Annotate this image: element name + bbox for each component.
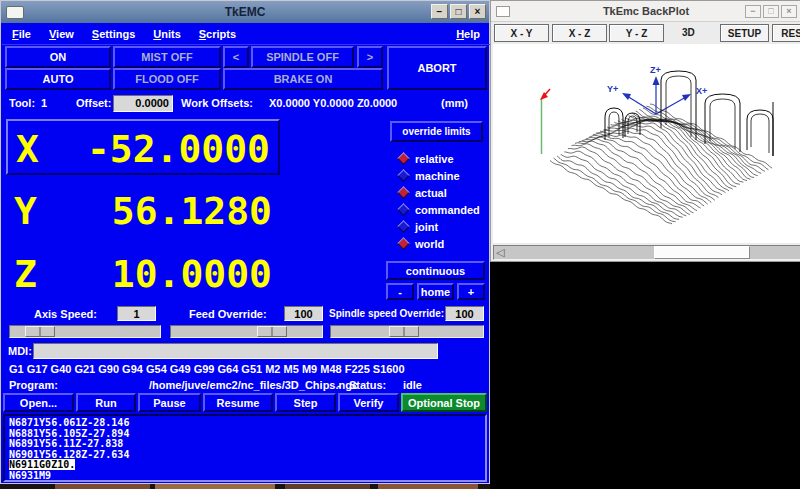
program-dash: - xyxy=(337,379,341,391)
spindle-override-slider[interactable] xyxy=(330,325,484,338)
menu-settings[interactable]: Settings xyxy=(92,28,135,40)
dro-y-value: 56.1280 xyxy=(112,189,272,233)
svg-text:X+: X+ xyxy=(696,86,707,96)
minimize-button[interactable]: − xyxy=(431,4,448,19)
run-button[interactable]: Run xyxy=(76,393,136,412)
backplot-toolbar: X - Y X - Z Y - Z 3D SETUP RESET xyxy=(491,22,800,44)
override-limits-button[interactable]: override limits xyxy=(390,121,483,142)
listing-line: N6911G0Z10. xyxy=(9,459,75,470)
brake-button[interactable]: BRAKE ON xyxy=(223,68,383,90)
jog-mode-button[interactable]: continuous xyxy=(386,261,485,280)
program-label: Program: xyxy=(9,379,58,391)
feed-override-slider[interactable] xyxy=(170,325,323,338)
listing-line: N6931M9 xyxy=(9,470,51,481)
menu-file[interactable]: File xyxy=(12,28,31,40)
tool-value: 1 xyxy=(41,97,47,109)
menu-units[interactable]: Units xyxy=(153,28,181,40)
backplot-titlebar: TkEmc BackPlot − □ × xyxy=(491,1,800,22)
axis-speed-value: 1 xyxy=(117,306,156,321)
dro-axis-y[interactable]: Y 56.1280 xyxy=(6,183,280,239)
reset-button[interactable]: RESET xyxy=(772,24,800,42)
home-button[interactable]: home xyxy=(417,283,454,300)
tkemc-window: TkEMC − □ × File View Settings Units Scr… xyxy=(0,0,490,484)
active-gcodes: G1 G17 G40 G21 G90 G94 G54 G49 G99 G64 G… xyxy=(9,363,405,375)
menu-view[interactable]: View xyxy=(49,28,74,40)
close-button[interactable]: × xyxy=(469,4,486,19)
view-yz-button[interactable]: Y - Z xyxy=(609,24,664,42)
abort-button[interactable]: ABORT xyxy=(387,46,487,90)
radio-actual[interactable]: actual xyxy=(399,185,447,200)
view-xy-button[interactable]: X - Y xyxy=(494,24,549,42)
setup-button[interactable]: SETUP xyxy=(720,24,769,42)
radio-diamond-icon xyxy=(397,169,410,182)
jog-minus-button[interactable]: - xyxy=(386,283,414,300)
optional-stop-button[interactable]: Optional Stop xyxy=(401,393,487,412)
work-offsets-value: X0.0000 Y0.0000 Z0.0000 xyxy=(269,97,397,109)
mdi-input[interactable] xyxy=(33,343,438,359)
tool-label: Tool: xyxy=(9,97,35,109)
backplot-canvas[interactable]: X+Y+Z+ xyxy=(493,44,800,243)
offset-label: Offset: xyxy=(76,97,111,109)
desktop-wallpaper xyxy=(0,484,490,489)
radio-commanded[interactable]: commanded xyxy=(399,202,480,217)
spindle-decrease-button[interactable]: < xyxy=(223,46,249,68)
mode-auto-button[interactable]: AUTO xyxy=(5,68,111,90)
slider-thumb-0[interactable] xyxy=(25,326,55,337)
program-listing[interactable]: N6871Y56.061Z-28.146 N6881Y56.105Z-27.89… xyxy=(3,414,487,482)
spindle-override-label: Spindle speed Override: xyxy=(329,308,444,319)
menu-scripts[interactable]: Scripts xyxy=(199,28,236,40)
verify-button[interactable]: Verify xyxy=(338,393,399,412)
listing-line: N6901Y56.128Z-27.634 xyxy=(9,449,129,460)
slider-thumb-1[interactable] xyxy=(257,326,287,337)
pause-button[interactable]: Pause xyxy=(138,393,201,412)
radio-diamond-icon xyxy=(397,186,410,199)
open-button[interactable]: Open... xyxy=(3,393,74,412)
work-offsets-label: Work Offsets: xyxy=(181,97,253,109)
machine-on-button[interactable]: ON xyxy=(5,46,111,68)
radio-relative[interactable]: relative xyxy=(399,151,454,166)
minimize-button[interactable]: − xyxy=(745,5,761,18)
view-xz-button[interactable]: X - Z xyxy=(552,24,607,42)
scroll-left-icon[interactable]: ◁ xyxy=(496,246,504,259)
mdi-label: MDI: xyxy=(8,345,32,357)
view-3d-label[interactable]: 3D xyxy=(682,27,695,38)
menubar: File View Settings Units Scripts Help xyxy=(2,23,490,45)
radio-diamond-icon xyxy=(397,152,410,165)
slider-thumb-2[interactable] xyxy=(389,326,419,337)
spindle-override-value: 100 xyxy=(445,306,484,321)
resume-button[interactable]: Resume xyxy=(203,393,273,412)
spindle-button[interactable]: SPINDLE OFF xyxy=(251,46,354,68)
status-label: Status: xyxy=(349,379,386,391)
axis-speed-slider[interactable] xyxy=(9,325,161,338)
step-button[interactable]: Step xyxy=(275,393,336,412)
radio-diamond-icon xyxy=(397,203,410,216)
radio-machine[interactable]: machine xyxy=(399,168,460,183)
maximize-button[interactable]: □ xyxy=(763,5,779,18)
backplot-hscrollbar[interactable]: ◁ xyxy=(493,245,800,260)
menu-help[interactable]: Help xyxy=(456,28,480,40)
tkemc-titlebar: TkEMC − □ × xyxy=(1,1,489,23)
dro-axis-x[interactable]: X -52.0000 xyxy=(6,119,280,175)
program-path: /home/juve/emc2/nc_files/3D_Chips.ngc xyxy=(149,379,358,391)
dro-axis-z[interactable]: Z 10.0000 xyxy=(6,246,280,302)
radio-world[interactable]: world xyxy=(399,236,444,251)
mist-button[interactable]: MIST OFF xyxy=(113,46,221,68)
scrollbar-thumb[interactable] xyxy=(654,246,750,259)
offset-entry[interactable]: 0.0000 xyxy=(113,95,173,112)
svg-text:Y+: Y+ xyxy=(607,84,618,94)
listing-line: N6881Y56.105Z-27.894 xyxy=(9,428,129,439)
jog-plus-button[interactable]: + xyxy=(457,283,485,300)
flood-button[interactable]: FLOOD OFF xyxy=(113,68,221,90)
dro-z-letter: Z xyxy=(14,252,37,296)
svg-text:Z+: Z+ xyxy=(650,65,661,75)
dro-y-letter: Y xyxy=(14,189,37,233)
window-title: TkEMC xyxy=(1,5,489,19)
close-button[interactable]: × xyxy=(781,5,797,18)
listing-line: N6871Y56.061Z-28.146 xyxy=(9,417,129,428)
dro-x-value: -52.0000 xyxy=(87,127,270,171)
radio-joint[interactable]: joint xyxy=(399,219,438,234)
feed-override-value: 100 xyxy=(284,306,323,321)
spindle-increase-button[interactable]: > xyxy=(357,46,383,68)
radio-diamond-icon xyxy=(397,237,410,250)
maximize-button[interactable]: □ xyxy=(450,4,467,19)
